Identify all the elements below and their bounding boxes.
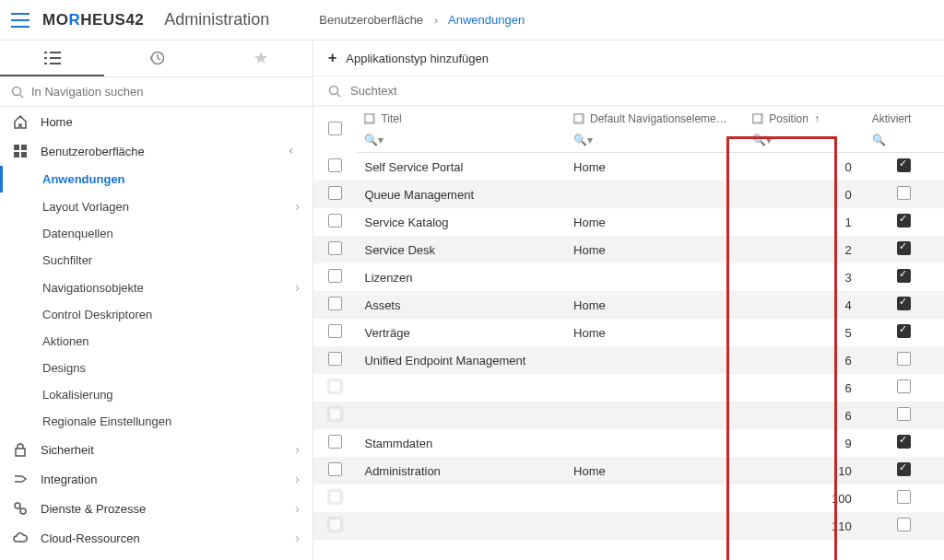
filter-pos[interactable]: 🔍▾	[752, 134, 772, 146]
nav-sub-datenquellen[interactable]: Datenquellen	[0, 220, 313, 247]
filter-title[interactable]: 🔍▾	[364, 134, 384, 146]
row-checkbox[interactable]	[328, 490, 342, 504]
nav-sub-label: Lokalisierung	[42, 388, 113, 402]
active-checkbox[interactable]	[897, 158, 911, 172]
row-checkbox[interactable]	[328, 462, 342, 476]
nav-sub-control-deskriptoren[interactable]: Control Deskriptoren	[0, 301, 313, 328]
cell-position: 0	[745, 153, 864, 181]
active-checkbox[interactable]	[897, 352, 911, 366]
sidebar-tab-favorites[interactable]	[208, 41, 313, 76]
active-checkbox[interactable]	[897, 490, 911, 504]
nav-item-sicherheit[interactable]: Sicherheit›	[0, 435, 313, 464]
nav-sub-anwendungen[interactable]: Anwendungen	[0, 166, 313, 192]
cell-title: Lizenzen	[357, 263, 566, 291]
col-title[interactable]: Titel	[381, 112, 401, 125]
nav-sub-layout-vorlagen[interactable]: Layout Vorlagen›	[0, 192, 313, 220]
home-icon	[13, 114, 30, 129]
table-row[interactable]: Service KatalogHome1	[313, 208, 944, 236]
table-row[interactable]: Service DeskHome2	[313, 236, 944, 263]
sort-asc-icon[interactable]: ↑	[814, 112, 820, 125]
filter-nav[interactable]: 🔍▾	[573, 134, 593, 146]
nav-sub-designs[interactable]: Designs	[0, 355, 313, 381]
table-row[interactable]: AdministrationHome10	[313, 457, 944, 484]
table-row[interactable]: 6	[313, 374, 944, 402]
active-checkbox[interactable]	[897, 269, 911, 283]
col-position[interactable]: Position	[769, 112, 808, 125]
breadcrumb-current[interactable]: Anwendungen	[448, 13, 525, 27]
row-checkbox[interactable]	[328, 214, 342, 228]
hamburger-icon[interactable]	[11, 13, 30, 28]
sidebar-tab-history[interactable]	[104, 41, 208, 76]
row-checkbox[interactable]	[328, 241, 342, 255]
nav-label: Cloud-Ressourcen	[41, 531, 140, 545]
chevron-right-icon: ›	[295, 531, 300, 545]
row-checkbox[interactable]	[328, 297, 342, 310]
active-checkbox[interactable]	[897, 214, 911, 228]
cell-title: Assets	[357, 291, 566, 319]
table-row[interactable]: 100	[313, 484, 944, 512]
filter-act[interactable]: 🔍	[872, 134, 886, 146]
table-row[interactable]: 6	[313, 402, 944, 429]
add-type-button[interactable]: Applikationstyp hinzufügen	[346, 52, 489, 65]
row-checkbox[interactable]	[328, 324, 342, 338]
active-checkbox[interactable]	[897, 297, 911, 310]
cell-title	[357, 484, 566, 512]
active-checkbox[interactable]	[897, 435, 911, 449]
nav-sub-aktionen[interactable]: Aktionen	[0, 328, 313, 355]
main-search-input[interactable]	[350, 84, 929, 98]
nav-sub-navigationsobjekte[interactable]: Navigationsobjekte›	[0, 274, 313, 301]
chevron-right-icon: ›	[295, 472, 300, 486]
table-row[interactable]: Stammdaten9	[313, 429, 944, 457]
table-row[interactable]: Unified Endpoint Management6	[313, 346, 944, 374]
nav-item-dienste-&-prozesse[interactable]: Dienste & Prozesse›	[0, 494, 313, 523]
cell-position: 4	[745, 291, 864, 319]
row-checkbox[interactable]	[328, 269, 342, 283]
col-active[interactable]: Aktiviert	[872, 112, 912, 125]
sidebar-search[interactable]	[0, 77, 313, 107]
sidebar-search-input[interactable]	[31, 85, 301, 99]
nav-sub-lokalisierung[interactable]: Lokalisierung	[0, 381, 313, 408]
active-checkbox[interactable]	[897, 186, 911, 200]
nav-sub-regionale-einstellungen[interactable]: Regionale Einstellungen	[0, 408, 313, 435]
nav-sub-suchfilter[interactable]: Suchfilter	[0, 247, 313, 274]
plus-icon[interactable]: +	[328, 50, 336, 66]
select-all-checkbox[interactable]	[328, 122, 342, 135]
row-checkbox[interactable]	[328, 379, 342, 393]
cell-nav: Home	[566, 319, 745, 346]
row-checkbox[interactable]	[328, 518, 342, 531]
svg-rect-4	[14, 152, 19, 158]
row-checkbox[interactable]	[328, 186, 342, 200]
nav-item-cloud-ressourcen[interactable]: Cloud-Ressourcen›	[0, 523, 313, 553]
sidebar-tab-list[interactable]	[0, 41, 104, 76]
nav-item-integration[interactable]: Integration›	[0, 464, 313, 494]
nav-item-benutzeroberfläche[interactable]: Benutzeroberfläche⌄	[0, 136, 313, 166]
active-checkbox[interactable]	[897, 407, 911, 421]
cell-nav	[566, 512, 745, 540]
active-checkbox[interactable]	[897, 462, 911, 476]
col-nav[interactable]: Default Navigationseleme…	[590, 112, 727, 125]
table-row[interactable]: AssetsHome4	[313, 291, 944, 319]
table-row[interactable]: 110	[313, 512, 944, 540]
row-checkbox[interactable]	[328, 158, 342, 172]
table-row[interactable]: Lizenzen3	[313, 263, 944, 291]
main: + Applikationstyp hinzufügen	[313, 41, 944, 560]
table-row[interactable]: VerträgeHome5	[313, 319, 944, 346]
cell-title: Administration	[357, 457, 566, 484]
active-checkbox[interactable]	[897, 379, 911, 393]
row-checkbox[interactable]	[328, 407, 342, 421]
active-checkbox[interactable]	[897, 324, 911, 338]
row-checkbox[interactable]	[328, 352, 342, 366]
cell-position: 0	[745, 181, 864, 208]
nav-item-ensilo-settings[interactable]: enSilo Settings	[0, 553, 313, 560]
nav-item-home[interactable]: Home	[0, 107, 313, 136]
row-checkbox[interactable]	[328, 435, 342, 449]
chevron-right-icon: ›	[434, 13, 438, 27]
active-checkbox[interactable]	[897, 241, 911, 255]
active-checkbox[interactable]	[897, 518, 911, 531]
breadcrumb-parent[interactable]: Benutzeroberfläche	[319, 13, 423, 27]
table-row[interactable]: Queue Management0	[313, 181, 944, 208]
nav-label: Benutzeroberfläche	[41, 145, 145, 158]
table-row[interactable]: Self Service PortalHome0	[313, 153, 944, 181]
main-search[interactable]	[313, 76, 944, 106]
cell-title: Verträge	[357, 319, 566, 346]
